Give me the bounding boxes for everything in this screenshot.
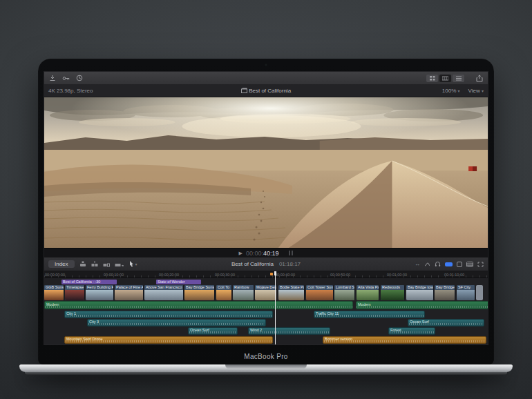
video-clip[interactable]: Lombard St. xyxy=(334,285,355,300)
video-clip[interactable]: Bay Bridge xyxy=(435,285,455,300)
ambience-clip[interactable]: Ocean Surf xyxy=(408,319,484,327)
browser-list-icon[interactable] xyxy=(453,75,464,82)
waveform xyxy=(409,323,483,325)
clip-appearance-icon[interactable] xyxy=(466,262,473,267)
video-clip-label: GGB Sunset xyxy=(44,285,64,290)
browser-grid-icon[interactable] xyxy=(426,75,438,82)
skimming-icon[interactable] xyxy=(424,262,430,267)
video-clip-thumbnail xyxy=(334,290,354,300)
video-clip-label: Mojave Desert xyxy=(255,285,276,290)
transport-bar: ▶ 00:00:40:19 xyxy=(44,248,488,257)
snapping-toggle[interactable] xyxy=(445,262,453,266)
video-clip[interactable]: Alta Vista Park xyxy=(357,285,379,300)
video-clip[interactable]: Bodie State Park xyxy=(278,285,305,300)
video-clip-label: Above San Francisco xyxy=(144,285,183,290)
chapter-marker[interactable]: State of Wonder xyxy=(156,280,201,284)
chapter-marker[interactable]: Best of California - :30 xyxy=(61,280,117,284)
video-clip-label: Bay Bridge Sunset xyxy=(184,285,214,290)
ruler-marker-icon[interactable] xyxy=(270,273,273,275)
playhead[interactable] xyxy=(275,271,276,344)
video-clip-thumbnail xyxy=(381,290,404,300)
video-clip[interactable]: SF City xyxy=(457,285,475,300)
audio-meters-icon[interactable] xyxy=(289,251,293,255)
video-clip-thumbnail xyxy=(278,290,304,300)
macbook-screen-bezel: 4K 23.98p, Stereo Best of California 100… xyxy=(38,59,494,364)
project-icon xyxy=(241,88,247,93)
waveform xyxy=(249,331,329,333)
ruler-tick: 00:00:00:00 xyxy=(45,273,65,277)
macbook-base xyxy=(19,364,513,372)
video-clip-label: Alta Vista Park xyxy=(357,285,379,290)
ambience-clip[interactable]: Ocean Surf xyxy=(188,327,238,335)
browser-view-segment xyxy=(426,75,464,82)
video-clip-thumbnail xyxy=(184,290,214,300)
append-edit-icon[interactable] xyxy=(103,261,110,267)
timeline-body[interactable]: Best of California - :30State of WonderG… xyxy=(44,278,488,344)
lid-notch xyxy=(225,364,307,369)
import-icon[interactable] xyxy=(49,75,56,81)
video-clip-thumbnail xyxy=(457,290,475,300)
video-clip-thumbnail xyxy=(65,290,84,300)
narration-clip[interactable]: Bommer version xyxy=(323,336,486,344)
connect-edit-icon[interactable] xyxy=(79,261,86,267)
video-clip-label: SF City xyxy=(457,285,475,290)
browser-filmstrip-icon[interactable] xyxy=(439,75,451,82)
ambience-clip[interactable]: Forest xyxy=(388,327,435,335)
video-clip[interactable]: Redwoods xyxy=(381,285,405,300)
audio-skimming-icon[interactable] xyxy=(435,261,441,267)
overwrite-edit-icon[interactable] xyxy=(115,261,124,267)
ruler-tick: 00:00:30:00 xyxy=(215,273,235,277)
index-button[interactable]: Index xyxy=(48,260,75,268)
keyword-icon[interactable] xyxy=(62,75,70,81)
viewer-info-bar: 4K 23.98p, Stereo Best of California 100… xyxy=(44,85,488,97)
video-clip[interactable]: Bay Bridge Sunset xyxy=(184,285,215,300)
fcp-window: 4K 23.98p, Stereo Best of California 100… xyxy=(44,71,488,345)
video-clip-thumbnail xyxy=(255,290,276,300)
ambience-clip[interactable]: Wind 2 xyxy=(248,327,330,335)
ambience-clip[interactable]: Traffic City 11 xyxy=(314,311,425,318)
video-clip[interactable]: Ferry Building Part 2 xyxy=(86,285,114,300)
viewer-canvas[interactable] xyxy=(44,97,488,248)
music-clip[interactable]: Modern xyxy=(44,301,353,309)
ruler-tick: 00:00:40:00 xyxy=(275,273,295,277)
timeline-area: 00:00:00:0000:00:10:0000:00:20:0000:00:3… xyxy=(44,271,488,344)
ruler-tick: 00:00:20:00 xyxy=(159,273,179,277)
video-clip[interactable]: Palace of Fine Arts xyxy=(115,285,144,300)
video-clip-thumbnail xyxy=(44,290,64,300)
video-clip-label: Lombard St. xyxy=(334,285,354,290)
narration-clip[interactable]: Mountain Swirl Drone xyxy=(64,336,273,344)
ruler-tick: 00:00:10:00 xyxy=(104,273,124,277)
ambience-clip[interactable]: City 1 xyxy=(64,311,273,318)
ambience-clip[interactable]: City 3 xyxy=(87,319,266,327)
video-clip-label: Rainbow xyxy=(233,285,254,290)
waveform xyxy=(390,331,434,333)
share-icon[interactable] xyxy=(476,75,483,82)
macbook-brand-label: MacBook Pro xyxy=(38,353,494,360)
tool-select-dropdown[interactable]: ▾ xyxy=(129,261,137,267)
video-clip[interactable]: Coit Tower Sunse xyxy=(306,285,334,300)
music-clip[interactable]: Modern xyxy=(356,301,488,309)
macbook-base-edge xyxy=(25,372,507,375)
play-icon[interactable]: ▶ xyxy=(239,251,243,256)
insert-edit-icon[interactable] xyxy=(91,261,98,267)
timeline-ruler[interactable]: 00:00:00:0000:00:10:0000:00:20:0000:00:3… xyxy=(44,271,488,278)
video-clip[interactable]: GGB Sunset xyxy=(44,285,64,300)
transition-clip[interactable] xyxy=(476,285,483,300)
video-clip-thumbnail xyxy=(406,290,433,300)
video-clip[interactable]: Above San Francisco xyxy=(144,285,184,300)
chevron-down-icon: ▾ xyxy=(135,262,137,266)
trim-icon[interactable]: ↔ xyxy=(415,261,420,267)
video-clip[interactable]: Rainbow xyxy=(233,285,254,300)
video-clip[interactable]: Coit To xyxy=(216,285,232,300)
solo-icon[interactable] xyxy=(457,262,462,267)
video-clip-thumbnail xyxy=(86,290,113,300)
video-clip-label: Timelapse GGB xyxy=(65,285,84,290)
video-clip-thumbnail xyxy=(216,290,231,300)
fullscreen-icon[interactable] xyxy=(477,262,484,267)
video-clip[interactable]: Mojave Desert xyxy=(255,285,277,300)
video-clip[interactable]: Bay Bridge toward SF xyxy=(406,285,434,300)
ruler-tick: 00:01:00:00 xyxy=(387,273,407,277)
video-clip[interactable]: Timelapse GGB xyxy=(65,285,85,300)
background-tasks-icon[interactable] xyxy=(76,75,83,81)
video-clip-label: Ferry Building Part 2 xyxy=(86,285,113,290)
